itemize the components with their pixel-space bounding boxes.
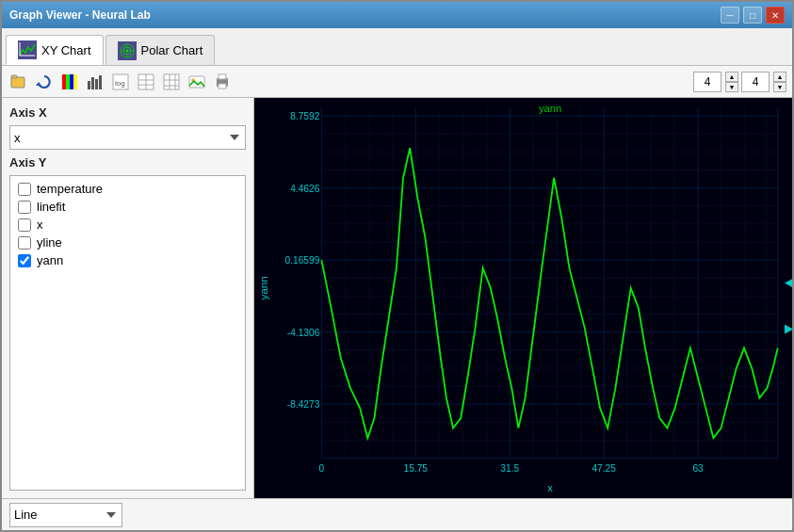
- log-icon: log: [112, 73, 129, 90]
- svg-text:63: 63: [692, 463, 704, 474]
- svg-rect-12: [62, 74, 66, 89]
- counter2-up[interactable]: ▲: [773, 72, 786, 82]
- checkbox-yline[interactable]: yline: [18, 235, 237, 250]
- grid-icon: [163, 73, 180, 90]
- svg-text:log: log: [115, 79, 125, 88]
- print-button[interactable]: [211, 71, 234, 93]
- svg-rect-35: [219, 84, 226, 89]
- svg-rect-9: [11, 77, 24, 88]
- xy-chart-icon: [18, 40, 37, 59]
- checkbox-temperature[interactable]: temperature: [18, 182, 237, 196]
- svg-marker-11: [36, 82, 41, 86]
- checkbox-temperature-label: temperature: [37, 182, 103, 196]
- data-icon: [138, 73, 154, 90]
- grid-button[interactable]: [160, 71, 183, 93]
- counter2-down[interactable]: ▼: [773, 82, 786, 92]
- bottom-bar: Line Scatter Bar Area: [2, 498, 792, 530]
- svg-text:-4.1306: -4.1306: [287, 328, 320, 338]
- polar-chart-icon: [118, 41, 137, 60]
- counter2-input[interactable]: 4: [741, 72, 770, 92]
- svg-rect-14: [70, 74, 73, 89]
- counter1-input[interactable]: 4: [693, 72, 721, 92]
- svg-text:8.7592: 8.7592: [290, 111, 319, 121]
- log-button[interactable]: log: [109, 71, 132, 93]
- open-icon: [10, 73, 27, 90]
- checkbox-linefit-input[interactable]: [18, 201, 31, 214]
- checkbox-linefit[interactable]: linefit: [18, 200, 237, 214]
- tab-polar-label: Polar Chart: [141, 43, 203, 57]
- checkbox-yline-label: yline: [37, 235, 62, 250]
- svg-rect-36: [254, 98, 792, 498]
- color-button[interactable]: [58, 71, 81, 93]
- axis-y-list: temperature linefit x yline yann: [9, 175, 246, 491]
- svg-rect-13: [66, 74, 70, 89]
- svg-text:31.5: 31.5: [500, 463, 519, 474]
- svg-rect-16: [88, 81, 90, 89]
- counter2: 4 ▲ ▼: [741, 72, 786, 92]
- color-icon: [61, 73, 78, 90]
- counter1-down[interactable]: ▼: [725, 82, 738, 92]
- minimize-button[interactable]: ─: [721, 7, 739, 24]
- refresh-icon: [36, 73, 53, 90]
- svg-text:yann: yann: [539, 103, 561, 114]
- svg-rect-17: [91, 77, 94, 89]
- data-button[interactable]: [135, 71, 157, 93]
- checkbox-temperature-input[interactable]: [18, 183, 31, 196]
- axis-x-dropdown[interactable]: x: [9, 125, 246, 150]
- tab-polar[interactable]: Polar Chart: [105, 35, 216, 65]
- checkbox-x[interactable]: x: [18, 218, 237, 232]
- svg-text:x: x: [547, 481, 553, 492]
- checkbox-yann[interactable]: yann: [18, 253, 237, 267]
- title-bar: Graph Viewer - Neural Lab ─ □ ✕: [2, 2, 792, 28]
- title-bar-controls: ─ □ ✕: [721, 7, 785, 24]
- checkbox-yann-label: yann: [37, 253, 63, 267]
- svg-text:4.4626: 4.4626: [290, 184, 319, 194]
- svg-text:-8.4273: -8.4273: [287, 399, 320, 410]
- checkbox-yline-input[interactable]: [18, 236, 31, 250]
- toolbar: log: [2, 66, 792, 98]
- svg-text:15.75: 15.75: [404, 463, 429, 474]
- bar-button[interactable]: [84, 71, 106, 93]
- svg-text:47.25: 47.25: [591, 463, 616, 474]
- maximize-button[interactable]: □: [743, 7, 762, 24]
- svg-rect-19: [99, 75, 102, 89]
- svg-rect-34: [219, 74, 226, 79]
- counter2-arrows: ▲ ▼: [773, 72, 786, 92]
- counter1: 4 ▲ ▼: [693, 72, 738, 92]
- chart-svg: 8.7592 4.4626 0.16599 -4.1306 -8.4273 0 …: [254, 98, 792, 498]
- tab-xy-label: XY Chart: [41, 43, 91, 57]
- counter1-up[interactable]: ▲: [725, 72, 738, 82]
- chart-area: 8.7592 4.4626 0.16599 -4.1306 -8.4273 0 …: [254, 98, 792, 498]
- tabs-bar: XY Chart Polar Chart: [2, 28, 792, 66]
- svg-rect-18: [95, 79, 98, 89]
- main-content: Axis X x Axis Y temperature linefit x: [2, 98, 792, 498]
- checkbox-linefit-label: linefit: [37, 200, 65, 214]
- svg-text:0: 0: [319, 463, 325, 474]
- svg-rect-31: [189, 76, 204, 88]
- axis-y-label: Axis Y: [9, 155, 246, 169]
- counter1-arrows: ▲ ▼: [725, 72, 738, 92]
- axis-x-label: Axis X: [9, 105, 246, 120]
- svg-rect-15: [73, 74, 77, 89]
- line-type-dropdown[interactable]: Line Scatter Bar Area: [9, 503, 122, 527]
- checkbox-x-label: x: [37, 218, 43, 232]
- open-button[interactable]: [8, 71, 30, 93]
- svg-text:yann: yann: [258, 276, 269, 299]
- checkbox-x-input[interactable]: [18, 218, 31, 232]
- main-window: Graph Viewer - Neural Lab ─ □ ✕ XY Chart: [0, 0, 794, 532]
- window-title: Graph Viewer - Neural Lab: [9, 8, 151, 22]
- tab-xy[interactable]: XY Chart: [6, 35, 104, 65]
- image-button[interactable]: [186, 71, 208, 93]
- left-panel: Axis X x Axis Y temperature linefit x: [2, 98, 254, 498]
- bar-icon: [87, 73, 104, 90]
- print-icon: [214, 73, 231, 90]
- svg-text:◀: ◀: [785, 276, 792, 289]
- refresh-button[interactable]: [33, 71, 56, 93]
- svg-rect-10: [11, 75, 17, 78]
- svg-rect-26: [164, 74, 179, 89]
- svg-text:0.16599: 0.16599: [284, 255, 319, 266]
- close-button[interactable]: ✕: [766, 7, 785, 24]
- image-icon: [188, 73, 205, 90]
- checkbox-yann-input[interactable]: [18, 254, 31, 267]
- svg-text:▶: ▶: [785, 321, 792, 334]
